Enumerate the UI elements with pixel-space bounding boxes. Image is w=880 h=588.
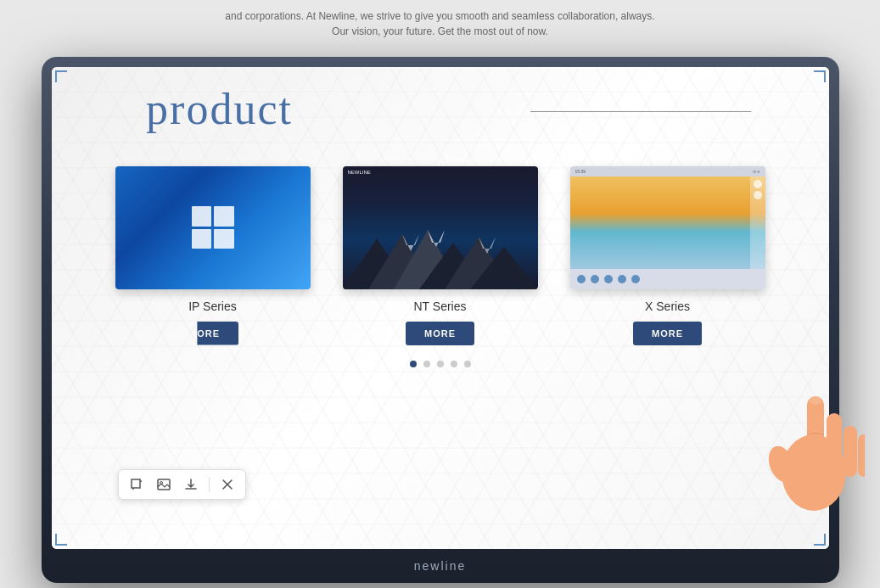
x-bottom-icon-5 bbox=[631, 275, 640, 283]
x-more-button[interactable]: MORE bbox=[633, 322, 702, 345]
x-screen: 15:39 ⊙ ≡ bbox=[570, 166, 765, 289]
windows-logo bbox=[192, 206, 234, 249]
toolbar-popup bbox=[118, 469, 246, 500]
monitor-screen: product bbox=[52, 67, 829, 549]
product-image-x: 15:39 ⊙ ≡ bbox=[570, 166, 765, 289]
ip-more-button[interactable]: MORE bbox=[170, 322, 238, 345]
dot-2[interactable] bbox=[423, 361, 430, 367]
crop-icon[interactable] bbox=[127, 475, 146, 494]
ip-screen bbox=[115, 166, 311, 289]
svg-rect-12 bbox=[158, 479, 170, 490]
product-title: product bbox=[146, 84, 293, 134]
x-series-label: X Series bbox=[645, 300, 690, 313]
win-cell-1 bbox=[192, 206, 212, 227]
ip-more-wrapper: MORE bbox=[111, 322, 315, 345]
mountain-scene bbox=[343, 230, 538, 289]
svg-rect-19 bbox=[827, 413, 842, 473]
x-sidebar bbox=[750, 176, 765, 269]
x-bottom-icon-4 bbox=[618, 275, 626, 283]
x-bottom-icon-2 bbox=[591, 275, 599, 283]
corner-bracket-br bbox=[814, 534, 826, 546]
x-top-bar: 15:39 ⊙ ≡ bbox=[570, 166, 765, 176]
x-bottom-icon-1 bbox=[577, 275, 586, 283]
hand-cursor bbox=[763, 379, 865, 515]
above-text-block: and corporations. At Newline, we strive … bbox=[143, 10, 737, 37]
nt-series-label: NT Series bbox=[414, 300, 467, 313]
product-card-nt: NEWLINE bbox=[339, 166, 542, 345]
dot-3[interactable] bbox=[437, 361, 444, 367]
close-icon[interactable] bbox=[218, 475, 237, 494]
title-underline bbox=[530, 111, 751, 112]
nt-screen: NEWLINE bbox=[343, 166, 538, 289]
nt-more-button[interactable]: MORE bbox=[406, 322, 474, 345]
svg-point-22 bbox=[810, 396, 821, 405]
monitor-wrapper: and corporations. At Newline, we strive … bbox=[42, 57, 839, 583]
x-bottom-bar bbox=[570, 269, 765, 289]
product-card-ip: IP Series MORE bbox=[111, 166, 315, 345]
corner-bracket-bl bbox=[55, 534, 67, 546]
x-time: 15:39 bbox=[575, 169, 586, 174]
above-text-line1: and corporations. At Newline, we strive … bbox=[143, 10, 737, 22]
win-cell-3 bbox=[192, 229, 212, 249]
pagination-dots bbox=[410, 361, 471, 367]
above-text-line2: Our vision, your future. Get the most ou… bbox=[143, 25, 737, 37]
win-cell-2 bbox=[214, 206, 234, 227]
corner-bracket-tl bbox=[55, 70, 67, 82]
monitor: product bbox=[42, 57, 839, 583]
download-icon[interactable] bbox=[182, 475, 200, 494]
svg-rect-9 bbox=[132, 479, 140, 488]
image-icon[interactable] bbox=[154, 475, 173, 494]
nt-header: NEWLINE bbox=[348, 170, 371, 175]
win-cell-4 bbox=[214, 229, 234, 249]
product-card-x: 15:39 ⊙ ≡ bbox=[566, 166, 770, 345]
x-status: ⊙ ≡ bbox=[753, 169, 759, 174]
products-grid: IP Series MORE NEWLINE bbox=[111, 166, 770, 345]
screen-content: product bbox=[52, 67, 829, 549]
svg-rect-21 bbox=[858, 434, 865, 477]
svg-rect-18 bbox=[807, 396, 824, 460]
product-image-ip bbox=[115, 166, 311, 289]
corner-bracket-tr bbox=[814, 70, 826, 82]
product-image-nt: NEWLINE bbox=[343, 166, 538, 289]
monitor-brand: newline bbox=[414, 559, 466, 573]
dot-5[interactable] bbox=[464, 361, 471, 367]
svg-rect-20 bbox=[844, 426, 857, 477]
title-wrap: product bbox=[129, 67, 751, 141]
x-side-icon-2 bbox=[754, 191, 762, 199]
ip-series-label: IP Series bbox=[188, 300, 237, 313]
dot-4[interactable] bbox=[451, 361, 457, 367]
x-side-icon-1 bbox=[754, 180, 762, 188]
dot-1[interactable] bbox=[410, 361, 417, 367]
toolbar-divider bbox=[209, 477, 210, 492]
x-bottom-icon-3 bbox=[604, 275, 613, 283]
x-main-area bbox=[570, 176, 765, 269]
